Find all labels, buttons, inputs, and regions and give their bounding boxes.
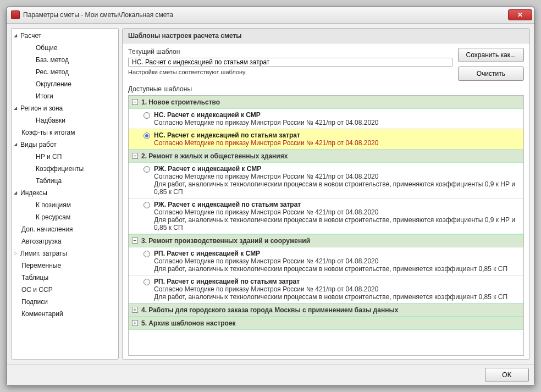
group-title: 3. Ремонт производственных зданий и соор…	[141, 237, 310, 245]
sidebar-item[interactable]: НР и СП	[12, 151, 118, 163]
sidebar-item-label: Таблицы	[21, 274, 48, 281]
sidebar-item[interactable]: Расчет	[12, 30, 118, 42]
sidebar-item-label: Таблица	[36, 177, 62, 185]
sidebar-item-label: Округление	[36, 80, 71, 88]
dialog-body: РасчетОбщиеБаз. методРес. методОкруглени…	[7, 24, 534, 364]
sidebar-item-label: Коэф-ты к итогам	[21, 129, 75, 136]
sidebar: РасчетОбщиеБаз. методРес. методОкруглени…	[11, 28, 119, 360]
template-note: Настройки сметы соответствуют шаблону	[128, 69, 452, 75]
sidebar-item-label: Итоги	[36, 92, 53, 100]
sidebar-item-label: Автозагрузка	[21, 238, 62, 245]
sidebar-item-label: Надбавки	[36, 117, 65, 124]
available-templates-label: Доступные шаблоны	[128, 85, 524, 93]
group-title: 4. Работы для городского заказа города М…	[141, 306, 398, 314]
template-radio[interactable]	[143, 251, 150, 257]
sidebar-item-label: Расчет	[20, 32, 41, 40]
sidebar-item-label: К ресурсам	[36, 213, 70, 221]
sidebar-item[interactable]: Баз. метод	[12, 54, 118, 66]
ok-button[interactable]: OK	[485, 368, 529, 382]
template-item[interactable]: РП. Расчет с индексацией к СМРСогласно М…	[129, 247, 523, 275]
sidebar-item-label: Комментарий	[21, 310, 63, 318]
templates-list: −1. Новое строительствоНС. Расчет с инде…	[128, 95, 524, 356]
sidebar-item-label: Баз. метод	[36, 56, 69, 64]
sidebar-item-label: Подписи	[21, 298, 48, 306]
sidebar-item[interactable]: Коэффициенты	[12, 163, 118, 175]
sidebar-item[interactable]: Общие	[12, 42, 118, 54]
collapse-icon: −	[132, 99, 138, 105]
sidebar-item-label: Доп. начисления	[21, 225, 73, 233]
group-title: 1. Новое строительство	[141, 98, 220, 106]
template-group-header[interactable]: −3. Ремонт производственных зданий и соо…	[129, 234, 523, 247]
sidebar-item-label: ОС и ССР	[21, 286, 53, 294]
sidebar-item[interactable]: Подписи	[12, 296, 118, 308]
current-template-input[interactable]	[128, 58, 452, 67]
sidebar-item[interactable]: Округление	[12, 78, 118, 90]
sidebar-item-label: Лимит. затраты	[20, 250, 67, 257]
clear-button[interactable]: Очистить	[458, 67, 524, 81]
collapse-icon: −	[132, 238, 138, 244]
template-group-header[interactable]: +4. Работы для городского заказа города …	[129, 303, 523, 317]
template-description: Согласно Методике по приказу Минстроя Ро…	[154, 139, 520, 147]
sidebar-item[interactable]: Таблица	[12, 175, 118, 187]
sidebar-item[interactable]: Рес. метод	[12, 66, 118, 78]
sidebar-item[interactable]: Итоги	[12, 90, 118, 102]
sidebar-item-label: Виды работ	[20, 141, 57, 148]
group-title: 5. Архив шаблонов настроек	[141, 319, 236, 327]
template-item[interactable]: РП. Расчет с индексацией по статьям затр…	[129, 275, 523, 303]
group-title: 2. Ремонт в жилых и общественных зданиях	[141, 152, 288, 160]
template-radio[interactable]	[143, 112, 150, 119]
sidebar-item-label: Индексы	[20, 189, 47, 197]
template-item[interactable]: НС. Расчет с индексацией к СМРСогласно М…	[129, 109, 523, 129]
dialog-footer: OK	[7, 364, 534, 385]
save-as-button[interactable]: Сохранить как...	[458, 48, 524, 62]
main-panel: Шаблоны настроек расчета сметы Текущий ш…	[122, 28, 530, 360]
sidebar-item[interactable]: Комментарий	[12, 308, 118, 320]
template-title: РП. Расчет с индексацией по статьям затр…	[154, 278, 520, 285]
template-description: Согласно Методике по приказу Минстроя Ро…	[154, 119, 520, 126]
sidebar-item-label: Коэффициенты	[36, 165, 84, 173]
sidebar-item[interactable]: Регион и зона	[12, 102, 118, 114]
template-radio[interactable]	[143, 202, 150, 208]
expand-icon: +	[132, 307, 138, 313]
template-radio[interactable]	[143, 279, 150, 285]
template-group-header[interactable]: −2. Ремонт в жилых и общественных здания…	[129, 150, 523, 163]
sidebar-item-label: НР и СП	[36, 153, 62, 161]
sidebar-item[interactable]: Виды работ	[12, 139, 118, 151]
template-group-header[interactable]: +5. Архив шаблонов настроек	[129, 317, 523, 330]
sidebar-item-label: Общие	[36, 44, 57, 52]
template-description: Согласно Методике по приказу Минстроя Ро…	[154, 208, 520, 231]
template-title: РЖ. Расчет с индексацией по статьям затр…	[154, 201, 520, 208]
sidebar-item[interactable]: Доп. начисления	[12, 223, 118, 235]
sidebar-item[interactable]: К позициям	[12, 199, 118, 211]
current-template-label: Текущий шаблон	[128, 48, 452, 56]
sidebar-item[interactable]: К ресурсам	[12, 211, 118, 223]
close-button[interactable]: ✕	[508, 9, 532, 20]
template-item[interactable]: РЖ. Расчет с индексацией к СМРСогласно М…	[129, 163, 523, 198]
sidebar-item[interactable]: Надбавки	[12, 114, 118, 126]
sidebar-item[interactable]: Индексы	[12, 187, 118, 199]
dialog-window: Параметры сметы - Мои сметы\Локальная см…	[6, 7, 535, 386]
template-radio[interactable]	[143, 166, 150, 173]
titlebar: Параметры сметы - Мои сметы\Локальная см…	[7, 7, 534, 24]
template-item[interactable]: РЖ. Расчет с индексацией по статьям затр…	[129, 198, 523, 234]
sidebar-item[interactable]: Лимит. затраты	[12, 247, 118, 260]
sidebar-item-label: Рес. метод	[36, 68, 69, 76]
template-description: Согласно Методике по приказу Минстроя Ро…	[154, 173, 520, 196]
template-item[interactable]: НС. Расчет с индексацией по статьям затр…	[129, 129, 523, 150]
sidebar-item[interactable]: Таблицы	[12, 272, 118, 284]
close-icon: ✕	[517, 11, 523, 19]
sidebar-item-label: Переменные	[21, 262, 61, 269]
template-description: Согласно Методике по приказу Минстроя Ро…	[154, 257, 520, 273]
template-group-header[interactable]: −1. Новое строительство	[129, 96, 523, 109]
sidebar-item[interactable]: ОС и ССР	[12, 284, 118, 296]
sidebar-item[interactable]: Переменные	[12, 260, 118, 272]
sidebar-item[interactable]: Автозагрузка	[12, 235, 118, 247]
sidebar-item-label: Регион и зона	[20, 104, 63, 112]
app-icon	[11, 10, 20, 19]
section-title: Шаблоны настроек расчета сметы	[123, 29, 529, 43]
template-title: РЖ. Расчет с индексацией к СМР	[154, 165, 520, 173]
sidebar-item[interactable]: Коэф-ты к итогам	[12, 126, 118, 139]
collapse-icon: −	[132, 153, 138, 159]
template-radio[interactable]	[143, 132, 150, 139]
template-title: НС. Расчет с индексацией к СМР	[154, 111, 520, 119]
